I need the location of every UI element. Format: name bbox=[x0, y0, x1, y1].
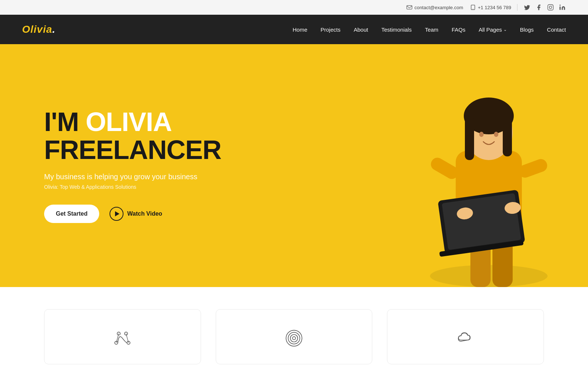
nav-faqs[interactable]: FAQs bbox=[452, 26, 466, 33]
instagram-social-link[interactable] bbox=[547, 4, 554, 11]
logo-dot: . bbox=[52, 24, 55, 35]
nav-home[interactable]: Home bbox=[293, 26, 307, 33]
nav-about[interactable]: About bbox=[354, 26, 368, 33]
logo-text: Olivia bbox=[22, 24, 52, 35]
nav-testimonials[interactable]: Testimonials bbox=[381, 26, 412, 33]
cloud-icon bbox=[455, 327, 477, 349]
card-target bbox=[216, 309, 373, 364]
svg-point-31 bbox=[288, 332, 300, 344]
svg-rect-17 bbox=[429, 155, 460, 181]
svg-point-16 bbox=[494, 132, 498, 137]
phone-text: +1 1234 56 789 bbox=[478, 5, 511, 10]
hero-tagline: Olivia: Top Web & Applications Solutions bbox=[44, 184, 221, 190]
play-icon bbox=[110, 207, 123, 221]
svg-point-15 bbox=[479, 132, 484, 137]
get-started-button[interactable]: Get Started bbox=[44, 205, 99, 223]
email-icon bbox=[406, 5, 412, 10]
hero-person-illustration bbox=[412, 59, 566, 287]
watch-video-label: Watch Video bbox=[127, 210, 162, 217]
twitter-social-link[interactable] bbox=[523, 4, 531, 11]
svg-line-29 bbox=[126, 334, 129, 343]
phone-icon bbox=[470, 5, 476, 10]
target-icon bbox=[283, 327, 305, 349]
social-icons-group bbox=[523, 4, 566, 11]
svg-rect-13 bbox=[465, 116, 474, 160]
svg-point-32 bbox=[290, 335, 298, 342]
svg-point-2 bbox=[473, 9, 473, 10]
chevron-down-icon: ⌄ bbox=[503, 27, 507, 32]
email-contact: contact@example.com bbox=[406, 5, 463, 10]
svg-rect-3 bbox=[548, 5, 553, 10]
bezier-icon bbox=[111, 327, 133, 349]
svg-point-24 bbox=[115, 341, 118, 344]
facebook-social-link[interactable] bbox=[535, 4, 542, 11]
email-text: contact@example.com bbox=[415, 5, 463, 10]
nav-blogs[interactable]: Blogs bbox=[520, 26, 534, 33]
logo[interactable]: Olivia. bbox=[22, 24, 55, 35]
play-triangle bbox=[115, 211, 119, 216]
hero-subtitle: My business is helping you grow your bus… bbox=[44, 173, 221, 181]
linkedin-icon bbox=[559, 4, 566, 11]
hero-section: I'M OLIVIA FREELANCER My business is hel… bbox=[0, 44, 588, 287]
phone-contact: +1 1234 56 789 bbox=[470, 5, 511, 10]
svg-line-28 bbox=[116, 334, 119, 343]
svg-rect-0 bbox=[407, 6, 412, 9]
nav-team[interactable]: Team bbox=[425, 26, 438, 33]
hero-content: I'M OLIVIA FREELANCER My business is hel… bbox=[44, 108, 221, 223]
svg-point-5 bbox=[552, 6, 552, 6]
nav-contact[interactable]: Contact bbox=[547, 26, 566, 33]
hero-title-line1: I'M OLIVIA bbox=[44, 107, 172, 137]
top-bar: contact@example.com +1 1234 56 789 bbox=[0, 0, 588, 15]
facebook-icon bbox=[535, 4, 542, 11]
watch-video-button[interactable]: Watch Video bbox=[110, 207, 162, 221]
nav-all-pages[interactable]: All Pages ⌄ bbox=[478, 26, 506, 33]
cards-section bbox=[0, 287, 588, 364]
instagram-icon bbox=[547, 4, 554, 11]
contact-info: contact@example.com +1 1234 56 789 bbox=[406, 5, 511, 10]
svg-point-4 bbox=[549, 6, 552, 9]
svg-rect-14 bbox=[503, 116, 512, 156]
hero-buttons: Get Started Watch Video bbox=[44, 205, 221, 223]
card-design bbox=[44, 309, 201, 364]
nav-links: Home Projects About Testimonials Team FA… bbox=[293, 26, 566, 33]
hero-image-area bbox=[349, 44, 588, 287]
hero-olivia-text: OLIVIA bbox=[86, 107, 172, 137]
svg-point-33 bbox=[293, 337, 295, 340]
svg-point-6 bbox=[560, 5, 561, 6]
topbar-divider bbox=[517, 4, 517, 11]
card-cloud bbox=[387, 309, 544, 364]
nav-projects[interactable]: Projects bbox=[320, 26, 340, 33]
hero-title: I'M OLIVIA FREELANCER bbox=[44, 108, 221, 164]
hero-title-line2: FREELANCER bbox=[44, 136, 221, 164]
hero-im-text: I'M bbox=[44, 107, 86, 137]
navbar: Olivia. Home Projects About Testimonials… bbox=[0, 15, 588, 44]
twitter-icon bbox=[524, 4, 530, 11]
svg-point-25 bbox=[127, 341, 130, 344]
linkedin-social-link[interactable] bbox=[559, 4, 566, 11]
